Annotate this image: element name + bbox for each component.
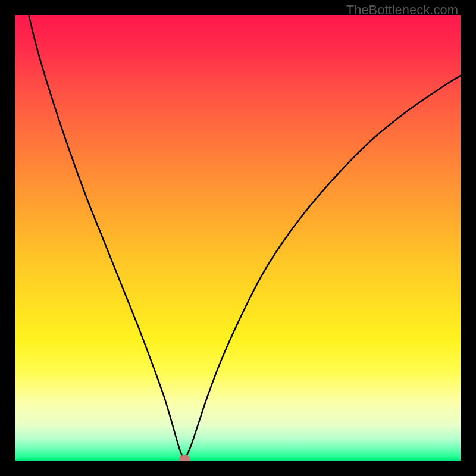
bottleneck-curve <box>15 15 461 461</box>
optimal-point-marker <box>179 455 190 461</box>
plot-area <box>15 15 461 461</box>
watermark-text: TheBottleneck.com <box>346 2 458 18</box>
chart-container: TheBottleneck.com <box>0 0 476 476</box>
